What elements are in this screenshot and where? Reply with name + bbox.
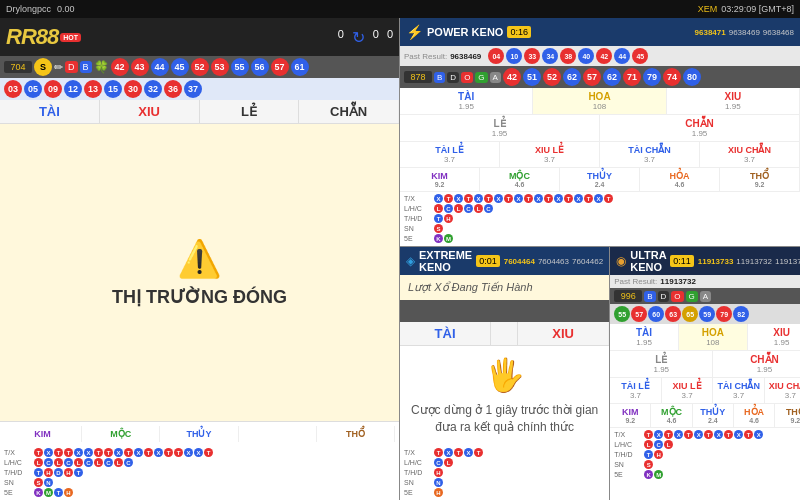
- dot-7: T: [94, 448, 103, 457]
- u-ball-65: 65: [682, 306, 698, 322]
- p-ball-62b: 62: [603, 68, 621, 86]
- ek-id3: 7604462: [572, 257, 603, 266]
- ultra-tai-le[interactable]: TÀI LẺ 3.7: [610, 378, 662, 403]
- power-moc[interactable]: MỘC 4.6: [480, 168, 560, 191]
- u-ball-60: 60: [648, 306, 664, 322]
- dot-10: T: [124, 448, 133, 457]
- power-keno-ids: 9638471 9638469 9638468: [695, 28, 794, 37]
- d-badge: D: [447, 72, 459, 83]
- main-area: RR88 HOT 0 ↻ 0 0 704 S ✏ D B 🍀 42 43 44 …: [0, 18, 800, 500]
- ultra-xiu-le[interactable]: XIU LẺ 3.7: [662, 378, 714, 403]
- thuy-label[interactable]: THỦY: [160, 426, 238, 442]
- power-chart-lhc: L/H/C L C L C L C: [404, 204, 796, 213]
- ultra-tai[interactable]: TÀI 1.95: [610, 324, 679, 350]
- power-chart-tx: T/X X T X T X T X T X T X: [404, 194, 796, 203]
- ball-30: 30: [124, 80, 142, 98]
- chart-thd-label: T/H/D: [4, 469, 32, 476]
- ultra-xiu[interactable]: XIU 1.95: [748, 324, 800, 350]
- ball-42: 42: [111, 58, 129, 76]
- header-num-1: 0: [338, 28, 344, 47]
- ultra-icon: ◉: [616, 254, 626, 268]
- ultra-chart: T/X T X T X T X T X T X: [610, 428, 800, 482]
- o-badge: O: [461, 72, 473, 83]
- power-tai[interactable]: TÀI 1.95: [400, 88, 533, 114]
- ultra-tai-chan[interactable]: TÀI CHẴN 3.7: [713, 378, 765, 403]
- ext-xiu[interactable]: XIU: [518, 322, 609, 345]
- u-ball-57: 57: [631, 306, 647, 322]
- power-keno-timer: 0:16: [507, 26, 531, 38]
- ultra-le[interactable]: LẺ 1.95: [610, 351, 713, 377]
- lh-3: L: [54, 458, 63, 467]
- ek-id2: 7604463: [538, 257, 569, 266]
- ultra-hoa-el[interactable]: HỎA 4.6: [734, 404, 775, 427]
- u-d-badge: D: [658, 291, 670, 302]
- ultra-kim[interactable]: KIM 9.2: [610, 404, 651, 427]
- ball-03: 03: [4, 80, 22, 98]
- power-chart-sn: SN S: [404, 224, 796, 233]
- moc-label[interactable]: MỘC: [82, 426, 160, 442]
- power-xiu-le[interactable]: XIU LẺ 3.7: [500, 142, 600, 167]
- p-ball-74: 74: [663, 68, 681, 86]
- xiu-label[interactable]: XIU: [100, 100, 200, 123]
- ultra-tho[interactable]: THỔ 9.2: [775, 404, 800, 427]
- dot-1: T: [34, 448, 43, 457]
- past-b8: 44: [614, 48, 630, 64]
- le-label[interactable]: LẺ: [200, 100, 300, 123]
- icon-b: B: [80, 61, 92, 73]
- thd-4: H: [64, 468, 73, 477]
- ultra-chan[interactable]: CHẴN 1.95: [713, 351, 800, 377]
- ultra-thuy[interactable]: THỦY 2.4: [693, 404, 734, 427]
- p-chart-tx-label: T/X: [404, 195, 432, 202]
- extreme-tai-xiu: TÀI XIU: [400, 322, 609, 346]
- tai-label[interactable]: TÀI: [0, 100, 100, 123]
- logo-hot: HOT: [60, 33, 81, 42]
- tai-xiu-header: TÀI XIU LẺ CHẴN: [0, 100, 399, 124]
- tho-label[interactable]: THỔ: [317, 426, 395, 442]
- ball-37: 37: [184, 80, 202, 98]
- game-section: TÀI XIU LẺ CHẴN ⚠️ THỊ TRƯỜNG ĐÓNG KIM M…: [0, 100, 399, 500]
- past-b4: 34: [542, 48, 558, 64]
- dot-11: X: [134, 448, 143, 457]
- power-past-balls: 04 10 33 34 38 40 42 44 45: [488, 48, 648, 64]
- dot-4: T: [64, 448, 73, 457]
- topbar-right: XEM 03:29:09 [GMT+8]: [698, 4, 794, 14]
- power-xiu[interactable]: XIU 1.95: [667, 88, 800, 114]
- row-label-878: 878: [404, 71, 432, 83]
- power-le[interactable]: LẺ 1.95: [400, 115, 600, 141]
- kim-label[interactable]: KIM: [4, 426, 82, 442]
- uk-id2: 11913732: [736, 257, 772, 266]
- ultra-moc[interactable]: MỘC 4.6: [651, 404, 692, 427]
- lh-8: C: [104, 458, 113, 467]
- bottom-split: ◈ EXTREME KENO 0:01 7604464 7604463 7604…: [400, 247, 800, 500]
- power-chan[interactable]: CHẴN 1.95: [600, 115, 800, 141]
- power-tai-chan[interactable]: TÀI CHẴN 3.7: [600, 142, 700, 167]
- power-bt-row2: LẺ 1.95 CHẴN 1.95: [400, 115, 800, 142]
- power-tho[interactable]: THỔ 9.2: [720, 168, 800, 191]
- elements-row: KIM MỘC THỦY THỔ: [0, 421, 399, 446]
- ball-45: 45: [171, 58, 189, 76]
- ball-12: 12: [64, 80, 82, 98]
- ultra-header: ◉ ULTRA KENO 0:11 11913733 11913732 1191…: [610, 247, 800, 275]
- power-hoa-el[interactable]: HỎA 4.6: [640, 168, 720, 191]
- b-badge: B: [434, 72, 445, 83]
- ultra-hoa[interactable]: HOA 108: [679, 324, 748, 350]
- power-xiu-chan[interactable]: XIU CHẴN 3.7: [700, 142, 800, 167]
- power-tai-le[interactable]: TÀI LẺ 3.7: [400, 142, 500, 167]
- ultra-bt-row2: LẺ 1.95 CHẴN 1.95: [610, 351, 800, 378]
- refresh-icon[interactable]: ↻: [352, 28, 365, 47]
- p-ball-79: 79: [643, 68, 661, 86]
- power-kim[interactable]: KIM 9.2: [400, 168, 480, 191]
- g-badge: G: [475, 72, 487, 83]
- past-b7: 42: [596, 48, 612, 64]
- power-past-row: Past Result: 9638469 04 10 33 34 38 40 4…: [400, 46, 800, 66]
- chart-row-tx: T/X T X T T X X T T X T X T X: [4, 448, 395, 457]
- xem-label[interactable]: XEM: [698, 4, 718, 14]
- lh-4: C: [64, 458, 73, 467]
- icon-leaf: 🍀: [94, 60, 109, 74]
- ext-tai[interactable]: TÀI: [400, 322, 491, 345]
- power-thuy[interactable]: THỦY 2.4: [560, 168, 640, 191]
- chan-label[interactable]: CHẴN: [299, 100, 399, 123]
- ultra-xiu-chan[interactable]: XIU CHẴN 3.7: [765, 378, 800, 403]
- u-b-badge: B: [644, 291, 655, 302]
- power-hoa[interactable]: HOA 108: [533, 88, 666, 114]
